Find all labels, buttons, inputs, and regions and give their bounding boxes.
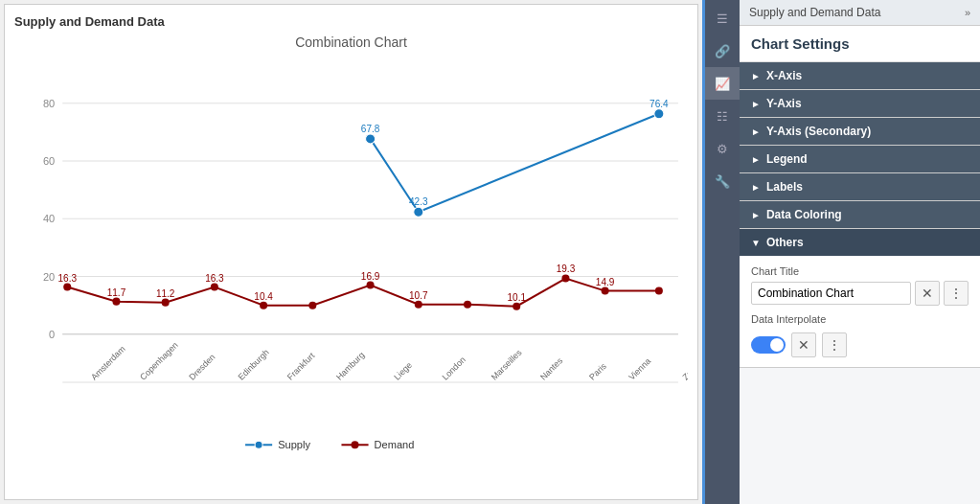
svg-text:Vienna: Vienna xyxy=(627,355,653,382)
svg-text:67.8: 67.8 xyxy=(361,124,380,134)
svg-point-22 xyxy=(308,302,316,309)
svg-point-25 xyxy=(464,301,471,309)
svg-point-26 xyxy=(513,303,520,310)
svg-point-19 xyxy=(162,299,170,307)
svg-point-17 xyxy=(63,284,71,291)
svg-text:Nantes: Nantes xyxy=(538,355,565,382)
data-interpolate-row: ✕ ⋮ xyxy=(751,332,969,357)
legend-arrow-icon: ► xyxy=(751,154,761,165)
layers-icon[interactable]: ☰ xyxy=(705,2,740,34)
accordion-legend-header[interactable]: ► Legend xyxy=(740,146,980,172)
svg-text:Demand: Demand xyxy=(375,439,415,450)
svg-text:10.1: 10.1 xyxy=(507,292,526,303)
chart-title-field-label: Chart Title xyxy=(751,265,969,277)
y-axis-secondary-label: Y-Axis (Secondary) xyxy=(766,125,871,138)
svg-point-27 xyxy=(561,275,569,283)
expand-btn[interactable]: » xyxy=(965,7,970,18)
svg-text:11.2: 11.2 xyxy=(156,288,175,299)
svg-text:11.7: 11.7 xyxy=(107,287,126,298)
svg-text:0: 0 xyxy=(49,329,55,340)
svg-text:London: London xyxy=(441,355,467,381)
data-coloring-arrow-icon: ► xyxy=(751,210,761,220)
others-label: Others xyxy=(766,236,804,249)
svg-point-11 xyxy=(366,134,376,144)
top-bar-title: Supply and Demand Data xyxy=(749,6,880,19)
svg-point-13 xyxy=(654,109,664,119)
x-axis-label: X-Axis xyxy=(766,69,802,82)
data-interpolate-toggle[interactable] xyxy=(751,336,786,354)
accordion-labels-header[interactable]: ► Labels xyxy=(740,173,980,200)
svg-text:14.9: 14.9 xyxy=(596,277,615,287)
svg-text:Liege: Liege xyxy=(392,360,414,382)
svg-text:42.3: 42.3 xyxy=(409,196,428,207)
accordion-y-axis-secondary-header[interactable]: ► Y-Axis (Secondary) xyxy=(740,118,980,145)
svg-text:Zurich: Zurich xyxy=(681,358,688,382)
svg-text:Dresden: Dresden xyxy=(187,353,217,382)
chart-title-input[interactable] xyxy=(751,282,911,305)
chart-panel: Supply and Demand Data Combination Chart… xyxy=(4,4,698,500)
y-axis-arrow-icon: ► xyxy=(751,99,761,109)
settings-icon[interactable]: ⚙ xyxy=(705,132,740,165)
svg-point-55 xyxy=(255,441,262,448)
svg-text:19.3: 19.3 xyxy=(557,264,576,275)
labels-arrow-icon: ► xyxy=(751,182,761,193)
svg-point-24 xyxy=(415,301,422,309)
svg-text:Marseilles: Marseilles xyxy=(490,348,524,382)
svg-text:20: 20 xyxy=(43,271,55,283)
svg-text:10.4: 10.4 xyxy=(254,291,273,302)
x-axis-arrow-icon: ► xyxy=(751,71,761,81)
svg-point-12 xyxy=(414,207,423,217)
others-content: Chart Title ✕ ⋮ Data Interpolate ✕ xyxy=(740,256,980,367)
settings-title-text: Chart Settings xyxy=(751,35,850,52)
chart-main-title: Combination Chart xyxy=(14,34,688,50)
svg-text:Hamburg: Hamburg xyxy=(334,350,366,381)
wrench-icon[interactable]: 🔧 xyxy=(705,165,740,197)
svg-text:Edinburgh: Edinburgh xyxy=(237,348,271,382)
top-bar: Supply and Demand Data » xyxy=(740,0,980,26)
y-axis-sec-arrow-icon: ► xyxy=(751,126,761,137)
svg-point-18 xyxy=(112,298,120,306)
accordion-others: ▼ Others Chart Title ✕ ⋮ Data Interpolat… xyxy=(740,229,980,368)
table-icon[interactable]: ☷ xyxy=(705,100,740,132)
svg-text:Frankfurt: Frankfurt xyxy=(285,351,317,382)
accordion-list: ► X-Axis ► Y-Axis ► Y-Axis (Secondary) ► xyxy=(740,62,980,368)
data-interpolate-label: Data Interpolate xyxy=(751,313,969,325)
accordion-x-axis-header[interactable]: ► X-Axis xyxy=(740,62,980,89)
svg-point-21 xyxy=(260,302,267,309)
svg-text:16.3: 16.3 xyxy=(205,273,224,284)
svg-point-29 xyxy=(655,287,663,295)
chart-title-more-btn[interactable]: ⋮ xyxy=(944,281,969,306)
svg-text:Amsterdam: Amsterdam xyxy=(89,344,127,382)
chart-icon[interactable]: 📈 xyxy=(705,67,740,100)
others-arrow-icon: ▼ xyxy=(751,238,761,248)
chart-title-clear-btn[interactable]: ✕ xyxy=(915,281,940,306)
data-interpolate-clear-btn[interactable]: ✕ xyxy=(791,332,816,357)
right-wrapper: ☰ 🔗 📈 ☷ ⚙ 🔧 Supply and Demand Data » Cha… xyxy=(702,0,980,504)
accordion-others-header[interactable]: ▼ Others xyxy=(740,229,980,256)
svg-text:Supply: Supply xyxy=(278,439,310,450)
accordion-data-coloring-header[interactable]: ► Data Coloring xyxy=(740,201,980,228)
svg-text:60: 60 xyxy=(43,155,55,167)
icon-sidebar: ☰ 🔗 📈 ☷ ⚙ 🔧 xyxy=(705,0,740,504)
accordion-labels: ► Labels xyxy=(740,173,980,201)
svg-point-23 xyxy=(367,282,375,289)
svg-text:80: 80 xyxy=(43,98,55,109)
accordion-y-axis-header[interactable]: ► Y-Axis xyxy=(740,90,980,117)
link-icon[interactable]: 🔗 xyxy=(705,34,740,67)
toggle-knob xyxy=(770,338,784,352)
data-coloring-label: Data Coloring xyxy=(766,208,842,221)
svg-text:16.9: 16.9 xyxy=(361,271,380,282)
data-interpolate-more-btn[interactable]: ⋮ xyxy=(822,332,847,357)
chart-panel-title: Supply and Demand Data xyxy=(14,14,688,29)
accordion-x-axis: ► X-Axis xyxy=(740,62,980,90)
svg-text:10.7: 10.7 xyxy=(409,290,428,301)
labels-label: Labels xyxy=(766,180,803,194)
svg-point-20 xyxy=(211,284,218,291)
settings-header: Chart Settings xyxy=(740,26,980,62)
svg-point-58 xyxy=(352,441,359,448)
accordion-y-axis: ► Y-Axis xyxy=(740,90,980,118)
svg-text:76.4: 76.4 xyxy=(650,99,669,109)
svg-point-28 xyxy=(602,287,609,295)
y-axis-label: Y-Axis xyxy=(766,97,802,110)
svg-text:16.3: 16.3 xyxy=(57,273,77,284)
